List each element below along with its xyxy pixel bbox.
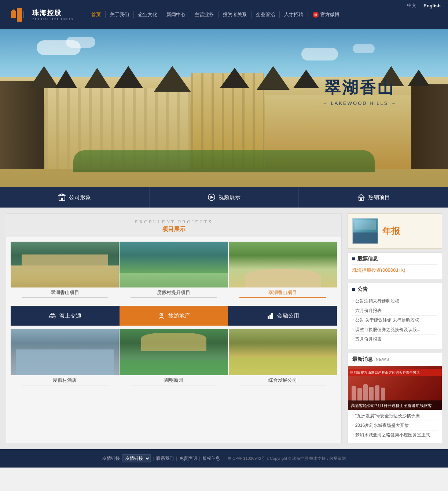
footer-contact[interactable]: 联系我们 xyxy=(156,455,174,462)
news-featured-caption: 高速客轮公司7月1日开通桂山至香港航线旅客 xyxy=(348,400,442,410)
home-icon xyxy=(357,193,365,201)
project-label-1: 度假村提升项目 xyxy=(131,289,217,298)
annual-report-title: 年报 xyxy=(382,225,400,237)
bottom-nav-label-0: 公司形象 xyxy=(69,194,91,201)
announce-item-1[interactable]: › 六月份月报表 xyxy=(352,306,437,316)
projects-title-cn: 项目展示 xyxy=(14,226,334,233)
project-item-2[interactable]: 翠湖香山项目 xyxy=(229,242,337,299)
news-arrow-1: › xyxy=(352,422,354,427)
logo-icon xyxy=(11,8,29,22)
friendly-links-label: 友情链接 xyxy=(102,455,120,462)
cat-label-1: 旅游地产 xyxy=(168,312,190,319)
news-item-1[interactable]: › 2016梦幻水城夜场盛大开放 xyxy=(352,421,437,430)
footer-sep-3: | xyxy=(199,456,200,461)
news-item-2[interactable]: › 梦幻水城蓝海之略健康小屋医务室正式... xyxy=(352,430,437,440)
annual-report-img xyxy=(352,218,378,244)
nav-business[interactable]: 主营业务 xyxy=(190,11,219,18)
lang-zh[interactable]: 中文 xyxy=(407,2,416,9)
stock-code[interactable]: 珠海控股投资(00908.HK) xyxy=(352,265,437,276)
bottom-nav-bar: 公司形象 视频展示 热销项目 xyxy=(0,187,448,208)
announce-title: 公告 xyxy=(357,286,368,293)
announce-item-0[interactable]: › 公告注销未行使购股权 xyxy=(352,297,437,306)
svg-rect-18 xyxy=(271,313,273,319)
finance-icon xyxy=(266,312,274,320)
play-icon xyxy=(208,193,216,201)
footer-links: 友情链接 友情链接 | 联系我们 | 免责声明 | 版权信息 xyxy=(102,454,220,462)
project-bottom-label-1: 圆明新园 xyxy=(131,377,217,385)
bottom-nav-label-2: 热销项目 xyxy=(368,194,390,201)
footer-copyright-link[interactable]: 版权信息 xyxy=(202,455,220,462)
announce-item-3[interactable]: › 调整可换股债券之兑换价及认股... xyxy=(352,325,437,335)
footer-icp: 粤ICP备 11026942号-1 Copyright © 珠海控股 技术支持：… xyxy=(227,456,346,461)
project-grid-top: 翠湖香山项目 度假村提升项目 翠湖香山项目 xyxy=(6,237,341,304)
projects-header: EXCELLENT PROJECTS 项目展示 xyxy=(6,214,341,237)
category-bar: 海上交通 旅游地产 金融公用 xyxy=(11,306,337,326)
footer-sep-2: | xyxy=(176,456,177,461)
nav-video[interactable]: 视频展示 xyxy=(150,187,299,208)
annual-report-box[interactable]: 年报 xyxy=(348,213,442,249)
cat-btn-maritime[interactable]: 海上交通 xyxy=(11,306,120,326)
news-arrow-0: › xyxy=(352,413,354,417)
main-nav: 首页 关于我们 企业文化 新闻中心 主营业务 投资者关系 企业管治 人才招聘 微… xyxy=(87,11,344,18)
top-header: 中文 | English 珠海控股 ZHUHAI HOLDINGS 首页 关于我… xyxy=(0,0,448,29)
announcements-section: 公告 › 公告注销未行使购股权 › 六月份月报表 › 公告 关于建议注销 未行使… xyxy=(348,283,442,349)
project-label-2: 翠湖香山项目 xyxy=(239,289,326,298)
hero-title-en: ～ LAKEWOOD HILLS ～ xyxy=(323,100,397,107)
left-column: EXCELLENT PROJECTS 项目展示 翠湖香山项目 xyxy=(6,213,342,443)
nav-weibo[interactable]: 微 官方微博 xyxy=(308,11,344,18)
cat-btn-tourism[interactable]: 旅游地产 xyxy=(120,306,228,326)
nav-governance[interactable]: 企业管治 xyxy=(251,11,280,18)
friendly-links-select[interactable]: 友情链接 xyxy=(122,454,151,462)
arrow-icon-3: › xyxy=(352,327,354,331)
news-list: › "九洲发展"号安全抵达长沙橘子洲 ... › 2016梦幻水城夜场盛大开放 … xyxy=(348,410,442,443)
cat-label-0: 海上交通 xyxy=(59,312,81,319)
news-section: 最新消息 NEWS 热烈庆祝万山港口岸桂山客运码头香港中国名 xyxy=(348,353,442,443)
project-bottom-2[interactable]: 综合发展公司 xyxy=(229,329,337,387)
tourism-icon xyxy=(157,312,165,320)
project-bottom-label-0: 度假村酒店 xyxy=(22,377,108,385)
project-bottom-1[interactable]: 圆明新园 xyxy=(120,329,228,387)
project-item-1[interactable]: 度假村提升项目 xyxy=(120,242,228,299)
nav-investor[interactable]: 投资者关系 xyxy=(219,11,251,18)
project-bottom-0[interactable]: 度假村酒店 xyxy=(11,329,119,387)
project-label-0: 翠湖香山项目 xyxy=(22,289,108,298)
hero-banner: 翠湖香山 ～ LAKEWOOD HILLS ～ xyxy=(0,29,448,187)
svg-rect-3 xyxy=(23,11,24,18)
svg-rect-16 xyxy=(268,316,269,319)
announce-item-2[interactable]: › 公告 关于建议注销 未行使购股权 xyxy=(352,316,437,325)
announce-item-4[interactable]: › 五月份月报表 xyxy=(352,335,437,344)
svg-rect-1 xyxy=(17,8,22,22)
nav-about[interactable]: 关于我们 xyxy=(106,11,134,18)
nav-company-image[interactable]: 公司形象 xyxy=(0,187,150,208)
right-column: 年报 股票信息 珠海控股投资(00908.HK) 公告 › 公告注销未行使购股权 xyxy=(348,213,442,443)
logo-subname: ZHUHAI HOLDINGS xyxy=(32,17,74,21)
nav-news[interactable]: 新闻中心 xyxy=(162,11,190,18)
footer-sep-1: | xyxy=(153,456,154,461)
logo[interactable]: 珠海控股 ZHUHAI HOLDINGS xyxy=(11,8,74,22)
nav-hot-projects[interactable]: 热销项目 xyxy=(299,187,448,208)
arrow-icon-4: › xyxy=(352,336,354,341)
stock-bullet xyxy=(352,257,355,260)
cat-btn-finance[interactable]: 金融公用 xyxy=(228,306,337,326)
nav-home[interactable]: 首页 xyxy=(87,11,106,18)
footer: 友情链接 友情链接 | 联系我们 | 免责声明 | 版权信息 粤ICP备 110… xyxy=(0,449,448,468)
news-title-cn: 最新消息 xyxy=(352,356,373,363)
stock-title-row: 股票信息 xyxy=(352,256,437,265)
news-item-0[interactable]: › "九洲发展"号安全抵达长沙橘子洲 ... xyxy=(352,411,437,421)
news-title-en: NEWS xyxy=(376,357,389,362)
svg-text:微: 微 xyxy=(314,13,317,17)
svg-rect-17 xyxy=(269,315,271,319)
svg-rect-9 xyxy=(61,198,63,201)
main-content: EXCELLENT PROJECTS 项目展示 翠湖香山项目 xyxy=(0,208,448,449)
project-item-0[interactable]: 翠湖香山项目 xyxy=(11,242,119,299)
nav-culture[interactable]: 企业文化 xyxy=(134,11,162,18)
announce-bullet xyxy=(352,288,355,291)
stock-title: 股票信息 xyxy=(357,256,378,262)
lang-en[interactable]: English xyxy=(423,3,441,8)
svg-rect-0 xyxy=(11,11,16,18)
cat-label-2: 金融公用 xyxy=(277,312,299,319)
news-featured-image[interactable]: 热烈庆祝万山港口岸桂山客运码头香港中国名 高速客轮公司7月1日开通桂山至香港航线… xyxy=(348,366,442,410)
footer-disclaimer[interactable]: 免责声明 xyxy=(179,455,197,462)
nav-hr[interactable]: 人才招聘 xyxy=(280,11,308,18)
announcement-list: › 公告注销未行使购股权 › 六月份月报表 › 公告 关于建议注销 未行使购股权… xyxy=(352,295,437,346)
